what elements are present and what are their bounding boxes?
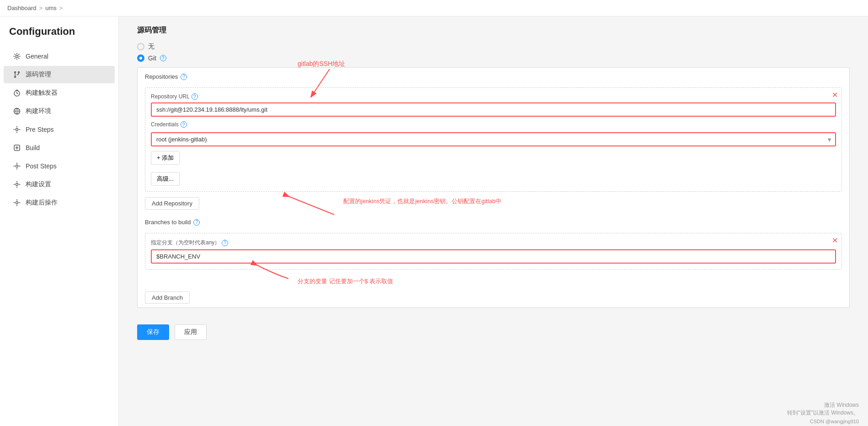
sidebar-item-poststeps-label: Post Steps xyxy=(26,162,57,170)
sidebar-item-build[interactable]: Build xyxy=(4,139,115,156)
branch-close-button[interactable]: ✕ xyxy=(832,237,838,244)
add-credentials-button[interactable]: + 添加 xyxy=(151,151,180,165)
globe-icon xyxy=(13,107,21,115)
post-icon xyxy=(13,162,21,170)
branch-help-icon[interactable]: ? xyxy=(222,240,228,246)
svg-point-9 xyxy=(16,183,18,186)
sidebar-item-build-label: Build xyxy=(26,144,40,151)
windows-watermark: 激活 Windows 转到"设置"以激活 Windows。 xyxy=(787,401,859,417)
credentials-row: Credentials ? xyxy=(151,121,836,130)
clock-icon xyxy=(13,89,21,97)
advanced-button[interactable]: 高级... xyxy=(151,172,180,186)
svg-point-10 xyxy=(16,202,18,204)
branch-section: ✕ 指定分支（为空时代表any） ? xyxy=(145,233,842,270)
sidebar-item-env[interactable]: 构建环境 xyxy=(4,102,115,120)
credentials-label: Credentials ? xyxy=(151,121,187,128)
settings-icon xyxy=(13,180,21,189)
sidebar-item-trigger-label: 构建触发器 xyxy=(26,89,58,97)
svg-point-0 xyxy=(16,55,18,58)
credentials-help-icon[interactable]: ? xyxy=(181,121,187,128)
sidebar: Configuration General 源码管理 xyxy=(0,16,119,426)
breadcrumb-sep1: > xyxy=(39,5,43,11)
repositories-help-icon[interactable]: ? xyxy=(181,74,187,80)
branch-field-label: 指定分支（为空时代表any） ? xyxy=(151,239,836,247)
radio-group: 无 Git ? xyxy=(137,43,850,62)
branch-input[interactable] xyxy=(151,249,836,264)
csdn-watermark: CSDN @wangjing910 xyxy=(810,419,859,424)
radio-git-circle xyxy=(137,54,144,62)
sidebar-item-source-label: 源码管理 xyxy=(26,70,51,79)
sidebar-title: Configuration xyxy=(0,26,118,47)
branch-annotation: 分支的变量 记住要加一个$ 表示取值 xyxy=(298,277,393,286)
sidebar-item-general[interactable]: General xyxy=(4,48,115,65)
sidebar-item-source[interactable]: 源码管理 xyxy=(4,66,115,83)
sidebar-item-settings[interactable]: 构建设置 xyxy=(4,176,115,193)
gear2-icon xyxy=(13,125,21,134)
footer-actions: 保存 应用 xyxy=(137,317,850,347)
breadcrumb: Dashboard > ums > xyxy=(0,0,868,16)
add-repository-button[interactable]: Add Repository xyxy=(145,197,199,210)
add-branch-button[interactable]: Add Branch xyxy=(145,291,190,304)
repositories-panel: Repositories ? gitlab的SSH地址 ✕ xyxy=(137,67,850,308)
repo-close-button[interactable]: ✕ xyxy=(832,92,838,99)
repository-section: ✕ Repository URL ? Credentials ? xyxy=(145,87,842,192)
svg-point-8 xyxy=(16,165,18,167)
save-button[interactable]: 保存 xyxy=(137,324,169,340)
breadcrumb-sep2: > xyxy=(59,5,63,11)
breadcrumb-ums[interactable]: ums xyxy=(45,5,57,11)
sidebar-item-postbuild-label: 构建后操作 xyxy=(26,199,58,207)
radio-none-circle xyxy=(137,43,144,50)
fork-icon xyxy=(13,70,21,79)
sidebar-item-trigger[interactable]: 构建触发器 xyxy=(4,84,115,102)
radio-none-label: 无 xyxy=(148,43,154,51)
sidebar-item-presteps[interactable]: Pre Steps xyxy=(4,121,115,138)
git-help-icon[interactable]: ? xyxy=(160,55,166,61)
radio-git-label: Git xyxy=(148,54,156,62)
credentials-select-wrapper: root (jenkins-gitlab) ▼ xyxy=(151,132,836,146)
sidebar-item-settings-label: 构建设置 xyxy=(26,180,51,189)
add-branch-wrapper: Add Branch xyxy=(145,291,842,304)
postbuild-icon xyxy=(13,199,21,207)
credentials-select[interactable]: root (jenkins-gitlab) xyxy=(151,132,836,146)
repository-url-input[interactable] xyxy=(151,102,836,117)
radio-none-option[interactable]: 无 xyxy=(137,43,850,51)
sidebar-item-env-label: 构建环境 xyxy=(26,107,51,115)
branches-help-icon[interactable]: ? xyxy=(193,219,200,226)
repo-url-label: Repository URL ? xyxy=(151,93,836,100)
build-icon xyxy=(13,144,21,152)
sidebar-item-postbuild[interactable]: 构建后操作 xyxy=(4,194,115,211)
apply-button[interactable]: 应用 xyxy=(175,324,207,340)
main-content: 源码管理 无 Git ? Repositories ? gitlab的SSH地址 xyxy=(119,16,868,426)
repo-url-help-icon[interactable]: ? xyxy=(192,93,198,100)
sidebar-item-presteps-label: Pre Steps xyxy=(26,126,53,133)
gear-icon xyxy=(13,52,21,60)
add-repository-wrapper: Add Repository xyxy=(145,197,842,210)
radio-git-option[interactable]: Git ? xyxy=(137,54,850,62)
branches-panel-label: Branches to build ? xyxy=(138,213,849,229)
sidebar-item-poststeps[interactable]: Post Steps xyxy=(4,157,115,175)
sidebar-item-general-label: General xyxy=(26,53,48,60)
breadcrumb-dashboard[interactable]: Dashboard xyxy=(7,5,37,11)
repositories-panel-label: Repositories ? xyxy=(138,68,849,84)
section-title: 源码管理 xyxy=(137,26,850,35)
svg-point-6 xyxy=(16,129,18,131)
